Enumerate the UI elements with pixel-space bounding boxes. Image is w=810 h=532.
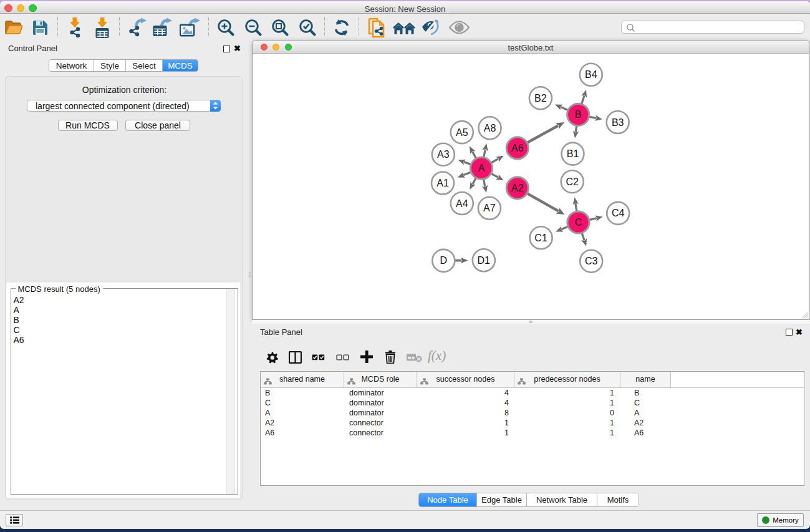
svg-text:C1: C1 [534,233,547,243]
svg-text:A1: A1 [436,178,449,188]
svg-text:C3: C3 [585,256,598,266]
svg-text:C: C [575,217,582,228]
svg-text:D1: D1 [478,255,491,266]
svg-text:A3: A3 [437,149,450,160]
svg-text:A4: A4 [456,198,468,209]
svg-text:C2: C2 [566,177,579,187]
svg-text:A2: A2 [511,183,524,193]
svg-text:B: B [575,109,582,120]
svg-text:C4: C4 [612,208,625,218]
svg-text:B1: B1 [567,148,579,159]
svg-text:A8: A8 [484,123,496,133]
svg-text:B2: B2 [534,93,547,104]
svg-text:A5: A5 [456,127,468,138]
svg-text:B4: B4 [585,69,597,80]
svg-text:A6: A6 [511,143,524,153]
svg-text:B3: B3 [612,117,624,128]
svg-text:D: D [440,255,448,266]
svg-text:A: A [478,163,485,173]
svg-text:A7: A7 [483,203,496,213]
